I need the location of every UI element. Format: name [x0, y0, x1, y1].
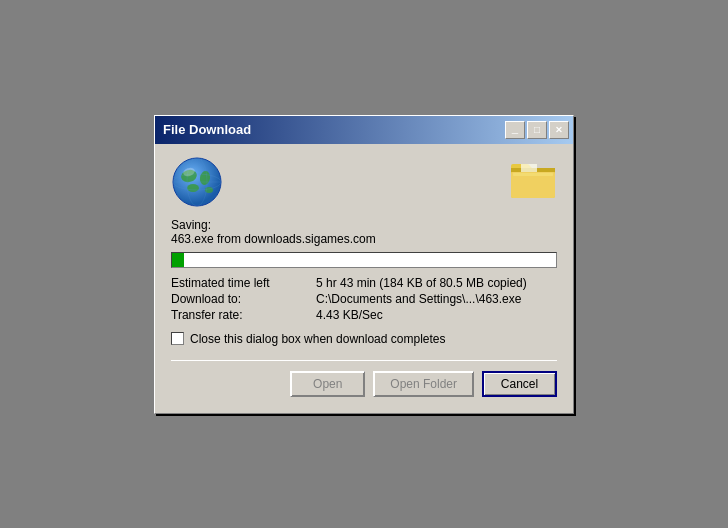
progress-bar-container — [171, 252, 557, 268]
buttons-row: Open Open Folder Cancel — [171, 371, 557, 401]
download-to-label: Download to: — [171, 292, 316, 306]
progress-bar-fill — [172, 253, 184, 267]
saving-label-section: Saving: 463.exe from downloads.sigames.c… — [171, 218, 557, 246]
icons-row — [171, 156, 557, 208]
file-download-dialog: File Download — [154, 115, 574, 414]
globe-icon — [171, 156, 223, 208]
close-dialog-checkbox[interactable] — [171, 332, 184, 345]
dialog-content: Saving: 463.exe from downloads.sigames.c… — [155, 144, 573, 413]
transfer-rate-value: 4.43 KB/Sec — [316, 308, 557, 322]
transfer-rate-label: Transfer rate: — [171, 308, 316, 322]
details-grid: Estimated time left 5 hr 43 min (184 KB … — [171, 276, 557, 322]
cancel-button[interactable]: Cancel — [482, 371, 557, 397]
svg-rect-11 — [521, 164, 537, 172]
divider — [171, 360, 557, 361]
estimated-time-value: 5 hr 43 min (184 KB of 80.5 MB copied) — [316, 276, 557, 290]
title-bar: File Download — [155, 116, 573, 144]
open-button[interactable]: Open — [290, 371, 365, 397]
svg-point-2 — [187, 184, 199, 192]
maximize-button[interactable] — [527, 121, 547, 139]
checkbox-label: Close this dialog box when download comp… — [190, 332, 446, 346]
checkbox-row: Close this dialog box when download comp… — [171, 332, 557, 346]
saving-label: Saving: — [171, 218, 557, 232]
filename: 463.exe from downloads.sigames.com — [171, 232, 557, 246]
close-button[interactable] — [549, 121, 569, 139]
svg-rect-12 — [513, 173, 553, 176]
estimated-time-label: Estimated time left — [171, 276, 316, 290]
download-to-value: C:\Documents and Settings\...\463.exe — [316, 292, 557, 306]
title-bar-buttons — [505, 121, 569, 139]
folder-icon — [509, 158, 557, 206]
dialog-title: File Download — [163, 122, 251, 137]
minimize-button[interactable] — [505, 121, 525, 139]
open-folder-button[interactable]: Open Folder — [373, 371, 474, 397]
